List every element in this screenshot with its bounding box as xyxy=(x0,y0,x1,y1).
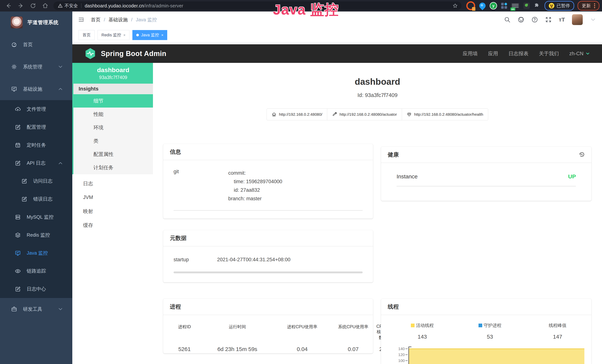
breadcrumb-infra[interactable]: 基础设施 xyxy=(108,17,128,23)
sidebar-item-log-center[interactable]: 日志中心 xyxy=(0,280,72,298)
sidebar-item-system[interactable]: 系统管理 xyxy=(0,56,72,78)
history-icon[interactable] xyxy=(579,152,585,158)
live-threads-area xyxy=(409,348,584,364)
font-size-icon[interactable]: тT xyxy=(559,17,565,23)
app-logo-row[interactable]: 芋道管理系统 xyxy=(0,11,72,33)
sidebar-item-dev-tools[interactable]: 研发工具 xyxy=(0,298,72,320)
health-url: http://192.168.0.2:48080/actuator/health xyxy=(414,112,483,117)
tag-redis-monitor[interactable]: Redis 监控 × xyxy=(97,30,129,40)
y-axis-tick: 140 xyxy=(392,347,405,351)
sidebar-item-home[interactable]: 首页 xyxy=(0,33,72,56)
sidebar-item-redis-monitor[interactable]: Redis 监控 xyxy=(0,226,72,244)
chevron-up-icon xyxy=(57,86,64,92)
user-avatar[interactable] xyxy=(572,14,583,25)
extension-pin-icon[interactable] xyxy=(478,1,487,10)
chevron-down-icon xyxy=(585,51,590,56)
sba-menu-jvm[interactable]: JVM xyxy=(72,191,153,204)
extension-leaf-icon[interactable] xyxy=(523,3,530,9)
sidebar-item-error-log[interactable]: 错误日志 xyxy=(0,190,72,208)
process-col-header: 系统CPU使用率 xyxy=(330,324,376,341)
sba-language-select[interactable]: zh-CN xyxy=(569,51,590,57)
service-url-button[interactable]: http://192.168.0.2:48080/ xyxy=(267,108,327,120)
sba-menu-classes[interactable]: 类 xyxy=(74,134,153,148)
sba-menu-logs[interactable]: 日志 xyxy=(72,177,153,191)
actuator-url-button[interactable]: http://192.168.0.2:48080/actuator xyxy=(327,108,402,120)
sidebar-item-label: 错误日志 xyxy=(33,196,53,202)
browser-forward-icon[interactable] xyxy=(18,3,24,9)
metadata-key: startup xyxy=(173,257,217,263)
sba-menu-metrics[interactable]: 性能 xyxy=(74,107,153,121)
heartbeat-icon xyxy=(407,112,412,117)
sidebar-item-infra[interactable]: 基础设施 xyxy=(0,78,72,100)
search-icon[interactable] xyxy=(504,16,511,23)
sidebar-fold-icon[interactable] xyxy=(78,16,85,23)
daemon-threads-value: 53 xyxy=(456,334,524,340)
sba-menu-caches[interactable]: 缓存 xyxy=(72,218,153,232)
sba-menu-mappings[interactable]: 映射 xyxy=(72,204,153,218)
process-table: 进程ID 运行时间 进程CPU使用率 系统CPU使用率 CPU核心数 5261 … xyxy=(169,324,367,352)
dashboard-icon xyxy=(11,42,17,47)
sba-nav-journal[interactable]: 日志报表 xyxy=(508,50,528,57)
tick-mark xyxy=(406,361,408,361)
paused-badge[interactable]: 已暂停 xyxy=(545,1,574,11)
sidebar-item-label: 系统管理 xyxy=(23,64,42,70)
bookmark-star-icon[interactable] xyxy=(452,3,458,8)
sba-menu-environment[interactable]: 环境 xyxy=(74,121,153,134)
metadata-value: 2021-04-27T00:44:31.254+08:00 xyxy=(217,257,290,263)
avatar-caret-icon[interactable] xyxy=(590,16,596,23)
home-icon xyxy=(272,112,276,117)
emoji-face-icon xyxy=(549,3,554,9)
browser-home-icon[interactable] xyxy=(42,3,48,9)
tag-home[interactable]: 首页 xyxy=(79,30,95,40)
sba-nav-about[interactable]: 关于我们 xyxy=(539,50,559,57)
browser-back-icon[interactable] xyxy=(6,3,11,9)
address-bar[interactable]: 不安全 dashboard.yudao.iocoder.cn/infra/adm… xyxy=(54,1,462,10)
tag-close-icon[interactable]: × xyxy=(161,33,163,37)
extensions-puzzle-icon[interactable] xyxy=(534,3,540,9)
process-col-header: 进程ID xyxy=(169,324,200,341)
sba-nav-applications[interactable]: 应用 xyxy=(488,50,498,57)
fullscreen-icon[interactable] xyxy=(545,16,552,23)
github-icon[interactable] xyxy=(518,16,524,23)
threads-legend: 活动线程 守护进程 线程峰值 143 53 147 xyxy=(381,322,591,340)
breadcrumb-current: Java 监控 xyxy=(136,17,157,23)
sidebar-item-file-manage[interactable]: 文件管理 xyxy=(0,100,72,118)
extension-orange-icon[interactable] xyxy=(466,1,475,10)
sba-menu-details[interactable]: 细节 xyxy=(74,94,153,107)
tag-close-icon[interactable]: × xyxy=(123,33,126,37)
health-instance-label: Instance xyxy=(397,173,418,180)
process-col-header: 运行时间 xyxy=(200,324,274,341)
sidebar-item-scheduled-jobs[interactable]: 定时任务 xyxy=(0,136,72,154)
horizontal-scrollbar[interactable] xyxy=(173,271,363,273)
sidebar-item-access-log[interactable]: 访问日志 xyxy=(0,172,72,190)
log-edit-icon xyxy=(21,196,27,202)
threads-card-title: 线程 xyxy=(381,299,591,315)
daemon-threads-swatch xyxy=(479,324,482,327)
screen: 不安全 dashboard.yudao.iocoder.cn/infra/adm… xyxy=(0,0,602,364)
browser-reload-icon[interactable] xyxy=(30,3,36,9)
health-card: 健康 Instance UP xyxy=(381,147,591,201)
wrench-icon xyxy=(332,112,337,117)
sidebar-item-mysql-monitor[interactable]: MySQL 监控 xyxy=(0,208,72,226)
breadcrumb-home[interactable]: 首页 xyxy=(91,17,100,23)
gear-icon xyxy=(11,64,17,70)
health-url-button[interactable]: http://192.168.0.2:48080/actuator/health xyxy=(402,108,488,120)
extension-grid-icon[interactable] xyxy=(501,3,507,9)
sba-menu-config-props[interactable]: 配置属性 xyxy=(74,148,153,161)
sba-menu-scheduled-tasks[interactable]: 计划任务 xyxy=(74,161,153,174)
extension-switch-icon[interactable]: on xyxy=(511,3,519,9)
update-button[interactable]: 更新 xyxy=(578,1,599,11)
chevron-down-icon xyxy=(57,306,64,312)
help-icon[interactable] xyxy=(531,16,538,23)
sidebar-item-config-manage[interactable]: 配置管理 xyxy=(0,118,72,136)
sidebar-item-label: 首页 xyxy=(23,41,33,48)
extension-green-icon[interactable]: y xyxy=(490,2,497,10)
sba-nav-wallboard[interactable]: 应用墙 xyxy=(462,50,478,57)
sidebar-item-java-monitor[interactable]: Java 监控 xyxy=(0,244,72,262)
health-status-badge: UP xyxy=(568,173,576,180)
sidebar-item-tracing[interactable]: 链路追踪 xyxy=(0,262,72,280)
sidebar-item-api-log[interactable]: API 日志 xyxy=(0,154,72,172)
tag-java-monitor[interactable]: Java 监控 × xyxy=(132,30,167,40)
not-secure-label: 不安全 xyxy=(64,3,78,9)
tag-label: 首页 xyxy=(83,32,91,38)
